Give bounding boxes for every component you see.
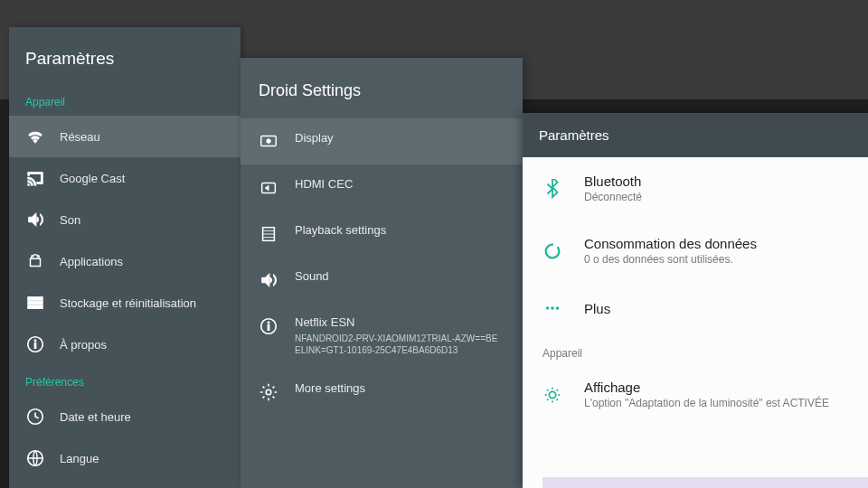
svg-rect-3 [28, 301, 43, 305]
svg-point-7 [34, 340, 36, 342]
sidebar-label: Son [60, 213, 80, 227]
settings-right-panel: Paramètres Bluetooth Déconnecté Consomma… [523, 113, 868, 488]
mid-item-playback[interactable]: Playback settings [241, 211, 523, 257]
sidebar-item-son[interactable]: Son [9, 199, 241, 240]
settings-title: Paramètres [9, 27, 241, 85]
mid-label: Sound [295, 269, 329, 283]
mid-item-hdmicec[interactable]: HDMI CEC [241, 164, 523, 211]
wifi-icon [25, 127, 45, 146]
mid-item-sound[interactable]: Sound [241, 257, 523, 303]
film-icon [259, 224, 278, 244]
mid-label: HDMI CEC [295, 177, 353, 191]
brightness-icon [542, 385, 562, 405]
mid-label: More settings [295, 381, 365, 395]
sidebar-item-applications[interactable]: Applications [9, 240, 241, 282]
more-dots-icon [542, 298, 562, 318]
sidebar-item-googlecast[interactable]: Google Cast [9, 157, 241, 199]
svg-point-1 [37, 256, 38, 257]
mid-item-display[interactable]: Display [241, 118, 523, 164]
section-header-appareil: Appareil [9, 85, 241, 116]
svg-point-22 [549, 391, 555, 398]
right-sublabel: 0 o des données sont utilisées. [584, 253, 757, 266]
right-item-bluetooth[interactable]: Bluetooth Déconnecté [523, 157, 868, 220]
svg-rect-4 [28, 305, 43, 309]
svg-point-18 [543, 241, 562, 260]
right-item-data[interactable]: Consommation des données 0 o des données… [523, 220, 868, 282]
svg-point-16 [268, 322, 269, 324]
sidebar-item-dateheure[interactable]: Date et heure [9, 396, 241, 437]
section-header-preferences: Préférences [9, 365, 241, 396]
mid-label: Playback settings [295, 223, 386, 237]
sidebar-label: Google Cast [60, 172, 125, 185]
sidebar-item-stockage[interactable]: Stockage et réinitialisation [9, 282, 241, 324]
sidebar-item-langue[interactable]: Langue [9, 437, 241, 479]
data-usage-icon [542, 241, 562, 261]
right-label: Plus [584, 301, 610, 316]
sidebar-item-apropos[interactable]: À propos [9, 324, 241, 365]
sidebar-label: À propos [60, 338, 107, 352]
hdmi-icon [259, 178, 278, 198]
svg-rect-15 [268, 324, 269, 330]
right-label: Consommation des données [584, 236, 757, 251]
display-icon [259, 132, 278, 152]
svg-point-11 [267, 139, 271, 144]
clock-icon [25, 407, 45, 427]
sidebar-label: Date et heure [60, 410, 131, 424]
right-label: Bluetooth [584, 174, 642, 189]
mid-sublabel: NFANDROID2-PRV-XIAOMIM12TRIAL-AZW==BEELI… [295, 333, 503, 356]
mid-label: Display [295, 131, 334, 145]
sidebar-item-reseau[interactable]: Réseau [9, 116, 241, 157]
right-panel-title: Paramètres [523, 113, 868, 157]
right-sublabel: L'option "Adaptation de la luminosité" e… [584, 397, 829, 409]
volume-icon [259, 270, 278, 290]
svg-rect-6 [34, 343, 36, 348]
cast-icon [25, 168, 45, 188]
svg-point-21 [556, 306, 560, 310]
settings-left-panel: Paramètres Appareil Réseau Google Cast S… [9, 27, 241, 488]
svg-point-0 [33, 256, 33, 257]
right-item-affichage[interactable]: Affichage L'option "Adaptation de la lum… [523, 363, 868, 426]
android-icon [25, 251, 45, 271]
right-sublabel: Déconnecté [584, 191, 642, 203]
droid-settings-title: Droid Settings [241, 58, 523, 118]
mid-item-netflixesn[interactable]: Netflix ESN NFANDROID2-PRV-XIAOMIM12TRIA… [241, 303, 523, 369]
svg-point-20 [551, 306, 554, 310]
storage-icon [25, 293, 45, 313]
right-section-header: Appareil [523, 334, 868, 363]
droid-settings-panel: Droid Settings Display HDMI CEC Playback… [241, 58, 523, 488]
gear-icon [259, 382, 278, 402]
svg-point-19 [546, 306, 550, 310]
mid-label: Netflix ESN [295, 315, 503, 329]
info-icon [259, 316, 278, 336]
right-item-plus[interactable]: Plus [523, 282, 868, 334]
sidebar-label: Réseau [60, 130, 100, 144]
mid-item-moresettings[interactable]: More settings [241, 369, 523, 415]
right-item-peek [542, 477, 868, 488]
bluetooth-icon [542, 179, 562, 199]
svg-point-17 [266, 389, 271, 395]
volume-icon [25, 210, 45, 230]
sidebar-label: Langue [60, 452, 99, 465]
globe-icon [25, 448, 45, 468]
right-label: Affichage [584, 380, 829, 395]
info-icon [25, 334, 45, 354]
sidebar-label: Applications [60, 255, 123, 268]
svg-rect-2 [28, 297, 43, 301]
sidebar-label: Stockage et réinitialisation [60, 296, 196, 310]
